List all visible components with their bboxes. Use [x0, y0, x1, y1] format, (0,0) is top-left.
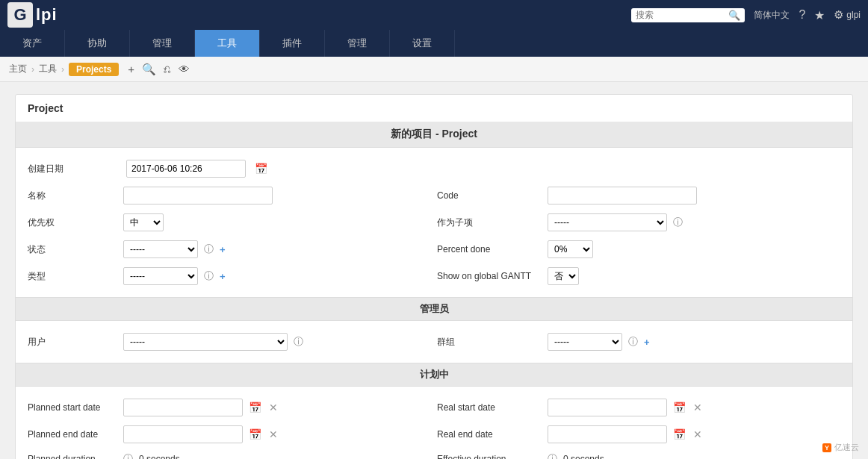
undo-button[interactable]: ⎌ — [164, 63, 171, 76]
group-select[interactable]: ----- — [548, 333, 622, 351]
gantt-select[interactable]: 否 是 — [548, 267, 579, 285]
breadcrumb: 主页 › 工具 › Projects + 🔍 ⎌ 👁 — [0, 57, 868, 82]
percent-select[interactable]: 0% 10% 20% 30% 40% 50% 60% 70% 80% 90% 1… — [548, 240, 593, 258]
nav-tools[interactable]: 工具 — [195, 30, 260, 57]
gantt-label: Show on global GANTT — [437, 271, 542, 281]
main-nav: 资产 协助 管理 工具 插件 管理 设置 — [0, 30, 868, 57]
status-select[interactable]: ----- — [123, 240, 198, 258]
child-label: 作为子项 — [437, 216, 542, 229]
real-end-input[interactable] — [548, 425, 667, 443]
real-end-cal-icon[interactable]: 📅 — [673, 428, 686, 440]
add-button[interactable]: + — [128, 63, 134, 75]
search-icon[interactable]: 🔍 — [728, 10, 740, 21]
breadcrumb-home[interactable]: 主页 — [9, 63, 27, 75]
gear-icon[interactable]: ⚙ — [834, 8, 843, 22]
search-button[interactable]: 🔍 — [142, 63, 156, 76]
user-menu[interactable]: ⚙ glpi — [834, 8, 861, 22]
real-end-clear-icon[interactable]: ✕ — [693, 428, 702, 440]
star-icon[interactable]: ★ — [814, 8, 825, 22]
name-input[interactable] — [123, 187, 273, 204]
type-add-icon[interactable]: + — [220, 271, 226, 282]
effective-duration-group: Effective duration ⓘ 0 seconds — [437, 452, 840, 459]
logo-lpi: lpi — [36, 5, 58, 25]
lang-selector[interactable]: 简体中文 — [754, 9, 790, 22]
plan-body: Planned start date 📅 ✕ Real start date 📅… — [16, 387, 852, 459]
planned-start-cal-icon[interactable]: 📅 — [249, 402, 261, 413]
group-group: 群组 ----- ⓘ + — [437, 333, 840, 351]
end-dates-row: Planned end date 📅 ✕ Real end date 📅 ✕ — [28, 421, 840, 448]
create-date-label: 创建日期 — [28, 163, 117, 175]
child-select[interactable]: ----- — [548, 213, 667, 231]
watermark: Y 亿速云 — [822, 442, 859, 453]
create-date-row: 创建日期 📅 — [28, 155, 840, 182]
project-card: Project 新的项目 - Project 创建日期 📅 名称 Code — [15, 94, 853, 459]
user-select[interactable]: ----- — [123, 333, 288, 351]
type-info-icon[interactable]: ⓘ — [204, 269, 214, 283]
real-start-clear-icon[interactable]: ✕ — [693, 402, 702, 413]
real-end-group: Real end date 📅 ✕ — [437, 425, 840, 443]
user-group-row: 用户 ----- ⓘ 群组 ----- ⓘ + — [28, 328, 840, 355]
start-dates-row: Planned start date 📅 ✕ Real start date 📅… — [28, 394, 840, 421]
priority-select[interactable]: 中 低 高 紧急 — [123, 213, 164, 231]
nav-settings[interactable]: 设置 — [390, 30, 455, 57]
watermark-logo: Y — [822, 443, 831, 452]
search-input[interactable] — [636, 10, 725, 20]
planned-duration-info-icon[interactable]: ⓘ — [123, 452, 133, 459]
effective-duration-label: Effective duration — [437, 454, 542, 459]
duration-row: Planned duration ⓘ 0 seconds Effective d… — [28, 448, 840, 459]
content: Project 新的项目 - Project 创建日期 📅 名称 Code — [0, 82, 868, 459]
user-group: 用户 ----- ⓘ — [28, 333, 431, 351]
group-add-icon[interactable]: + — [644, 337, 650, 348]
eye-button[interactable]: 👁 — [179, 63, 190, 75]
nav-help[interactable]: 协助 — [65, 30, 130, 57]
status-add-icon[interactable]: + — [220, 244, 226, 255]
nav-plugins[interactable]: 插件 — [260, 30, 325, 57]
code-group: Code — [437, 187, 840, 204]
planned-start-clear-icon[interactable]: ✕ — [269, 402, 278, 413]
real-start-group: Real start date 📅 ✕ — [437, 399, 840, 416]
manager-section: 管理员 — [16, 297, 852, 321]
child-group: 作为子项 ----- ⓘ — [437, 213, 840, 231]
search-box[interactable]: 🔍 — [631, 8, 745, 22]
nav-admin[interactable]: 管理 — [325, 30, 390, 57]
name-group: 名称 — [28, 187, 431, 204]
planned-start-input[interactable] — [123, 399, 243, 416]
planned-end-input[interactable] — [123, 425, 243, 443]
breadcrumb-current: Projects — [69, 63, 119, 76]
real-start-input[interactable] — [548, 399, 667, 416]
breadcrumb-sep1: › — [31, 64, 34, 75]
gantt-group: Show on global GANTT 否 是 — [437, 267, 840, 285]
priority-child-row: 优先权 中 低 高 紧急 作为子项 ----- ⓘ — [28, 209, 840, 236]
status-group: 状态 ----- ⓘ + — [28, 240, 431, 258]
user-label: 用户 — [28, 336, 117, 349]
watermark-brand: 亿速云 — [834, 442, 859, 453]
code-input[interactable] — [548, 187, 697, 204]
logo: G lpi — [7, 2, 58, 28]
plan-section: 计划中 — [16, 363, 852, 387]
planned-start-group: Planned start date 📅 ✕ — [28, 399, 431, 416]
user-info-icon[interactable]: ⓘ — [294, 335, 303, 349]
planned-duration-group: Planned duration ⓘ 0 seconds — [28, 452, 431, 459]
name-code-row: 名称 Code — [28, 182, 840, 209]
planned-end-clear-icon[interactable]: ✕ — [269, 428, 278, 440]
child-info-icon[interactable]: ⓘ — [673, 216, 683, 229]
breadcrumb-tools[interactable]: 工具 — [39, 63, 57, 75]
effective-duration-info-icon[interactable]: ⓘ — [548, 452, 557, 459]
type-select[interactable]: ----- — [123, 267, 198, 285]
create-date-calendar-icon[interactable]: 📅 — [255, 163, 267, 175]
real-start-cal-icon[interactable]: 📅 — [673, 402, 686, 413]
priority-label: 优先权 — [28, 216, 117, 229]
real-end-label: Real end date — [437, 429, 542, 440]
type-group: 类型 ----- ⓘ + — [28, 267, 431, 285]
create-date-input[interactable] — [126, 160, 246, 178]
priority-group: 优先权 中 低 高 紧急 — [28, 213, 431, 231]
help-icon[interactable]: ? — [799, 8, 805, 22]
planned-end-cal-icon[interactable]: 📅 — [249, 428, 261, 440]
status-percent-row: 状态 ----- ⓘ + Percent done 0% 10% 20% 30%… — [28, 236, 840, 263]
breadcrumb-actions: + 🔍 ⎌ 👁 — [128, 63, 190, 76]
nav-manage[interactable]: 管理 — [130, 30, 195, 57]
nav-assets[interactable]: 资产 — [0, 30, 65, 57]
group-info-icon[interactable]: ⓘ — [628, 335, 638, 349]
status-info-icon[interactable]: ⓘ — [204, 243, 214, 256]
user-label: glpi — [846, 10, 861, 20]
